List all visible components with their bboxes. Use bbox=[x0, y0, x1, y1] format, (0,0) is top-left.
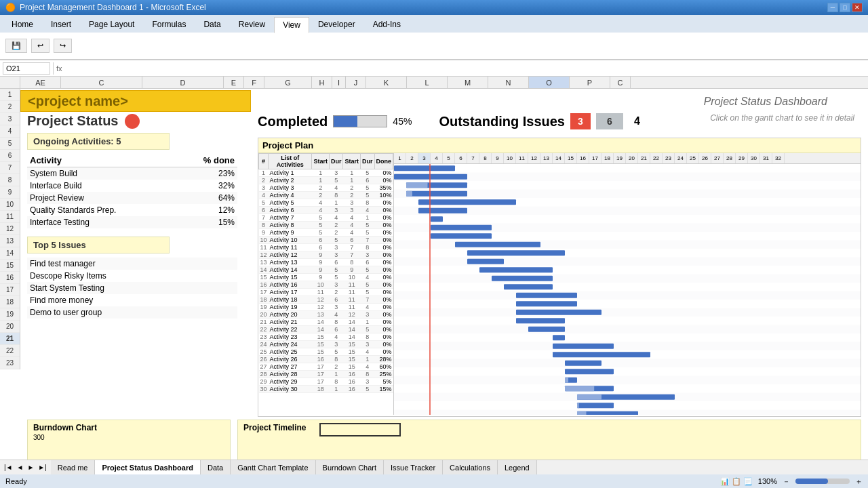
tab-developer[interactable]: Developer bbox=[309, 16, 364, 33]
issue-item: Find more money bbox=[27, 294, 237, 306]
col-header-d[interactable]: D bbox=[142, 77, 224, 88]
svg-rect-24 bbox=[431, 225, 492, 230]
tab-home[interactable]: Home bbox=[3, 16, 42, 33]
gantt-row: 30 Activity 30 18 1 16 5 15% bbox=[259, 386, 393, 393]
col-header-k[interactable]: K bbox=[366, 77, 407, 88]
col-header-g[interactable]: G bbox=[264, 77, 312, 88]
gantt-timeline-header: 1234567891011121314151617181920212223242… bbox=[394, 153, 861, 164]
col-header-l[interactable]: L bbox=[407, 77, 448, 88]
activity-pct: 23% bbox=[177, 167, 237, 180]
gantt-row: 21 Activity 21 14 8 14 1 0% bbox=[259, 319, 393, 326]
gantt-row: 27 Activity 27 17 2 15 4 60% bbox=[259, 363, 393, 371]
sheet-tab-burndown-chart[interactable]: Burndown Chart bbox=[316, 460, 384, 474]
col-header-m[interactable]: M bbox=[448, 77, 488, 88]
col-header-e[interactable]: E bbox=[224, 77, 244, 88]
gantt-col-name: List of Activities bbox=[269, 154, 312, 169]
col-header-h[interactable]: H bbox=[312, 77, 332, 88]
col-header-o[interactable]: O bbox=[529, 77, 570, 88]
svg-rect-21 bbox=[418, 199, 516, 205]
col-header-j[interactable]: J bbox=[346, 77, 366, 88]
activity-name: Project Review bbox=[27, 192, 177, 204]
gantt-col-29: 29 bbox=[736, 153, 748, 163]
tab-ctrl-prev[interactable]: ◄ bbox=[16, 464, 25, 471]
gantt-col-5: 5 bbox=[443, 153, 455, 163]
tab-ctrl-next[interactable]: ► bbox=[26, 464, 35, 471]
gantt-col-22: 22 bbox=[650, 153, 663, 163]
tab-ctrl-last[interactable]: ►| bbox=[37, 464, 48, 471]
svg-rect-41 bbox=[565, 369, 614, 374]
col-header-p[interactable]: P bbox=[570, 77, 610, 88]
formula-input[interactable] bbox=[65, 64, 865, 73]
formula-bar: fx bbox=[0, 60, 868, 77]
gantt-col-25: 25 bbox=[687, 153, 699, 163]
col-header-n[interactable]: N bbox=[488, 77, 529, 88]
redo-btn[interactable]: ↪ bbox=[54, 39, 72, 53]
col-header-f[interactable]: F bbox=[244, 77, 264, 88]
zoom-slider[interactable] bbox=[795, 479, 850, 484]
gantt-row: 28 Activity 28 17 1 16 8 25% bbox=[259, 371, 393, 378]
gantt-svg[interactable] bbox=[394, 164, 861, 415]
col-header-i[interactable]: I bbox=[332, 77, 346, 88]
timeline-box-inner[interactable] bbox=[319, 423, 401, 436]
tab-formulas[interactable]: Formulas bbox=[143, 16, 195, 33]
close-btn[interactable]: ✕ bbox=[852, 3, 863, 12]
svg-rect-36 bbox=[528, 327, 565, 332]
title-bar-controls[interactable]: ─ □ ✕ bbox=[827, 3, 863, 12]
minimize-btn[interactable]: ─ bbox=[827, 3, 838, 12]
burndown-chart[interactable]: 300 bbox=[33, 432, 224, 457]
sheet-tab-gantt-chart-template[interactable]: Gantt Chart Template bbox=[231, 460, 315, 474]
gantt-chart-area[interactable]: 1234567891011121314151617181920212223242… bbox=[394, 153, 861, 415]
tab-insert[interactable]: Insert bbox=[42, 16, 80, 33]
sheet-tabs-list: Read meProject Status DashboardDataGantt… bbox=[51, 460, 537, 474]
gantt-col-d1: Dur bbox=[329, 154, 343, 169]
zoom-in-icon[interactable]: ＋ bbox=[855, 476, 863, 487]
gantt-col-2: 2 bbox=[406, 153, 418, 163]
sheet-tab-issue-tracker[interactable]: Issue Tracker bbox=[384, 460, 443, 474]
completed-pct: 45% bbox=[393, 116, 412, 127]
gantt-col-26: 26 bbox=[699, 153, 711, 163]
gantt-col-16: 16 bbox=[577, 153, 589, 163]
gantt-data-table: # List of Activities Start Dur Start Dur… bbox=[258, 153, 393, 393]
sheet-tab-project-status-dashboard[interactable]: Project Status Dashboard bbox=[95, 460, 200, 474]
col-header-c2[interactable]: C bbox=[610, 77, 631, 88]
svg-rect-40 bbox=[565, 361, 601, 366]
col-headers: AE C D E F G H I J K L M N O P C bbox=[0, 77, 868, 89]
gantt-row: 26 Activity 26 16 8 15 1 28% bbox=[259, 356, 393, 363]
svg-rect-5 bbox=[394, 325, 861, 334]
gantt-col-13: 13 bbox=[540, 153, 553, 163]
cell-reference[interactable] bbox=[3, 62, 50, 75]
sheet-tab-calculations[interactable]: Calculations bbox=[443, 460, 498, 474]
project-name-cell[interactable]: <project name> bbox=[20, 90, 251, 112]
gantt-col-19: 19 bbox=[614, 153, 626, 163]
burndown-title: Burndown Chart bbox=[33, 423, 224, 432]
progress-bar[interactable] bbox=[333, 115, 387, 127]
tab-view[interactable]: View bbox=[274, 17, 309, 33]
ribbon: Home Insert Page Layout Formulas Data Re… bbox=[0, 15, 868, 60]
restore-btn[interactable]: □ bbox=[840, 3, 850, 12]
svg-rect-51 bbox=[577, 411, 587, 415]
gantt-col-30: 30 bbox=[748, 153, 760, 163]
gantt-col-4: 4 bbox=[431, 153, 443, 163]
zoom-out-icon[interactable]: － bbox=[783, 476, 790, 487]
svg-rect-49 bbox=[577, 403, 579, 408]
activity-row: Quality Standards Prep.12% bbox=[27, 204, 237, 216]
tab-data[interactable]: Data bbox=[195, 16, 229, 33]
sheet-tab-data[interactable]: Data bbox=[201, 460, 231, 474]
tab-page-layout[interactable]: Page Layout bbox=[80, 16, 143, 33]
undo-btn[interactable]: ↩ bbox=[31, 39, 50, 53]
svg-rect-38 bbox=[553, 344, 614, 349]
col-header-ae[interactable]: AE bbox=[20, 77, 61, 88]
sheet-tab-legend[interactable]: Legend bbox=[498, 460, 537, 474]
svg-rect-32 bbox=[516, 293, 577, 298]
col-header-c[interactable]: C bbox=[61, 77, 142, 88]
save-btn[interactable]: 💾 bbox=[5, 39, 27, 53]
gantt-col-12: 12 bbox=[528, 153, 540, 163]
tab-review[interactable]: Review bbox=[230, 16, 274, 33]
sheet-tab-read-me[interactable]: Read me bbox=[51, 460, 96, 474]
tab-addins[interactable]: Add-Ins bbox=[364, 16, 410, 33]
gantt-bars-area[interactable] bbox=[394, 164, 861, 415]
tab-ctrl-first[interactable]: |◄ bbox=[3, 464, 14, 471]
gantt-area[interactable]: Project Plan # List of Activities Start bbox=[258, 138, 861, 417]
gantt-row: 8 Activity 8 5 2 4 5 0% bbox=[259, 222, 393, 229]
gantt-row: 10 Activity 10 6 5 6 7 0% bbox=[259, 237, 393, 244]
